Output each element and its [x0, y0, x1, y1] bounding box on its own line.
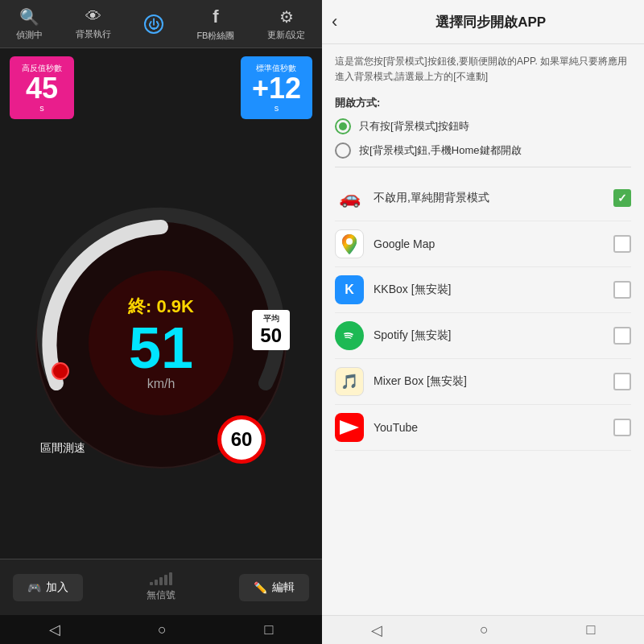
speedometer: 終: 0.9K 51 km/h 平均 50 區間測速 60	[24, 206, 298, 480]
detect-icon: 🔍	[19, 7, 39, 27]
stat-pink: 高反值秒數 45 s	[10, 56, 74, 119]
kkbox-icon: K	[335, 275, 364, 304]
car-app-icon: 🚗	[335, 184, 364, 213]
radio-bg-only-circle	[335, 118, 351, 134]
app-youtube-name: YouTube	[374, 421, 604, 434]
speed-avg-label: 平均	[260, 313, 282, 324]
signal-bar-2	[155, 580, 158, 585]
nav-settings[interactable]: ⚙ 更新/設定	[267, 7, 305, 41]
right-title: 選擇同步開啟APP	[347, 13, 634, 31]
right-panel: ‹ 選擇同步開啟APP 這是當您按[背景模式]按鈕後,要順便開啟的APP. 如果…	[322, 0, 644, 644]
google-map-icon	[335, 229, 364, 258]
description: 這是當您按[背景模式]按鈕後,要順便開啟的APP. 如果單純只要將應用進入背景模…	[335, 54, 631, 85]
speed-limit-sign: 60	[217, 415, 266, 464]
radio-bg-only-dot	[339, 122, 347, 130]
home-nav-btn[interactable]: ○	[158, 621, 167, 638]
sys-nav-left: ◁ ○ □	[0, 615, 322, 644]
speed-avg-box: 平均 50	[252, 310, 290, 350]
radio-bg-only-text: 只有按[背景模式]按鈕時	[359, 119, 469, 134]
app-spotify-name: Spotify [無安裝]	[374, 328, 604, 343]
signal-bar-3	[159, 577, 163, 585]
join-label: 加入	[46, 580, 68, 595]
speed-avg-value: 50	[260, 324, 282, 347]
top-nav: 🔍 偵測中 👁 背景執行 ⏻ f FB粉絲團 ⚙ 更新/設定	[0, 0, 322, 48]
edit-icon: ✏️	[254, 581, 267, 594]
speedo-inner: 終: 0.9K 51 km/h	[128, 295, 194, 391]
svg-point-1	[52, 363, 68, 379]
nav-bg-label: 背景執行	[76, 28, 111, 40]
power-icon: ⏻	[148, 18, 159, 31]
radio-home-key[interactable]: 按[背景模式]鈕,手機Home鍵都開啟	[335, 142, 631, 159]
open-method-label: 開啟方式:	[335, 96, 631, 110]
nav-detect-label: 偵測中	[16, 29, 43, 41]
speed-limit-value: 60	[231, 428, 253, 451]
gear-icon: ⚙	[279, 7, 294, 27]
left-panel: 🔍 偵測中 👁 背景執行 ⏻ f FB粉絲團 ⚙ 更新/設定 高反值秒數 45 …	[0, 0, 322, 644]
nav-fb-label: FB粉絲團	[196, 30, 234, 42]
signal-bar-5	[169, 572, 172, 585]
nav-settings-label: 更新/設定	[267, 29, 305, 41]
signal-label: 無信號	[147, 588, 175, 602]
app-row-no-launch: 🚗 不啟用,單純開背景模式 ✓	[335, 175, 631, 221]
fb-icon: f	[213, 6, 218, 27]
youtube-icon	[335, 413, 364, 442]
join-icon: 🎮	[27, 581, 41, 594]
app-youtube-checkbox[interactable]	[613, 419, 631, 436]
app-row-youtube: YouTube	[335, 405, 631, 451]
sys-nav-right: ◁ ○ □	[322, 615, 644, 644]
stat-pink-value: 45	[26, 74, 58, 103]
nav-detect[interactable]: 🔍 偵測中	[16, 7, 43, 41]
stats-row: 高反值秒數 45 s 標準值秒數 +12 s	[0, 48, 322, 127]
right-body: 這是當您按[背景模式]按鈕後,要順便開啟的APP. 如果單純只要將應用進入背景模…	[322, 44, 644, 615]
eye-icon: 👁	[85, 7, 101, 26]
divider-1	[335, 167, 631, 167]
edit-button[interactable]: ✏️ 編輯	[239, 574, 309, 601]
nav-bg-run[interactable]: 👁 背景執行	[76, 7, 111, 40]
app-row-google-map: Google Map	[335, 221, 631, 267]
nav-power[interactable]: ⏻	[144, 14, 163, 34]
right-header: ‹ 選擇同步開啟APP	[322, 0, 644, 44]
app-google-map-checkbox[interactable]	[613, 235, 631, 253]
stat-blue: 標準值秒數 +12 s	[241, 56, 312, 119]
stat-pink-unit: s	[39, 103, 44, 113]
app-row-kkbox: K KKBox [無安裝]	[335, 267, 631, 313]
signal-bars	[147, 572, 175, 585]
power-icon-circle: ⏻	[144, 14, 163, 34]
app-mixerbox-checkbox[interactable]	[613, 373, 631, 390]
nav-fb[interactable]: f FB粉絲團	[196, 6, 234, 42]
bottom-bar: 🎮 加入 無信號 ✏️ 編輯	[0, 559, 322, 615]
checkmark-icon: ✓	[617, 192, 627, 204]
signal-bar-1	[150, 582, 153, 585]
svg-point-3	[346, 238, 353, 245]
stat-blue-value: +12	[252, 74, 301, 103]
app-google-map-name: Google Map	[374, 237, 604, 250]
radio-home-key-text: 按[背景模式]鈕,手機Home鍵都開啟	[359, 143, 522, 158]
recents-nav-btn[interactable]: □	[264, 621, 273, 638]
speed-current: 51	[128, 319, 194, 377]
app-no-launch-checkbox[interactable]: ✓	[613, 189, 631, 207]
signal-status: 無信號	[147, 572, 175, 602]
speedometer-area: 終: 0.9K 51 km/h 平均 50 區間測速 60	[0, 127, 322, 559]
app-kkbox-checkbox[interactable]	[613, 281, 631, 299]
back-nav-btn[interactable]: ◁	[49, 621, 60, 638]
edit-label: 編輯	[272, 580, 295, 595]
right-recents-sys-btn[interactable]: □	[586, 621, 595, 638]
app-row-spotify: Spotify [無安裝]	[335, 313, 631, 359]
right-back-sys-btn[interactable]: ◁	[371, 621, 382, 639]
radio-home-key-circle	[335, 142, 351, 159]
right-home-sys-btn[interactable]: ○	[480, 621, 489, 638]
app-mixerbox-name: Mixer Box [無安裝]	[374, 374, 604, 389]
spotify-icon	[335, 321, 364, 350]
app-spotify-checkbox[interactable]	[613, 327, 631, 345]
radio-bg-only[interactable]: 只有按[背景模式]按鈕時	[335, 118, 631, 134]
right-back-btn[interactable]: ‹	[332, 11, 337, 32]
mixerbox-icon: 🎵	[335, 367, 364, 396]
app-row-mixerbox: 🎵 Mixer Box [無安裝]	[335, 359, 631, 405]
join-button[interactable]: 🎮 加入	[13, 574, 83, 601]
stat-blue-unit: s	[275, 103, 279, 113]
signal-bar-4	[164, 575, 167, 585]
zone-label: 區間測速	[40, 441, 85, 456]
app-no-launch-name: 不啟用,單純開背景模式	[374, 191, 604, 205]
app-kkbox-name: KKBox [無安裝]	[374, 283, 604, 297]
